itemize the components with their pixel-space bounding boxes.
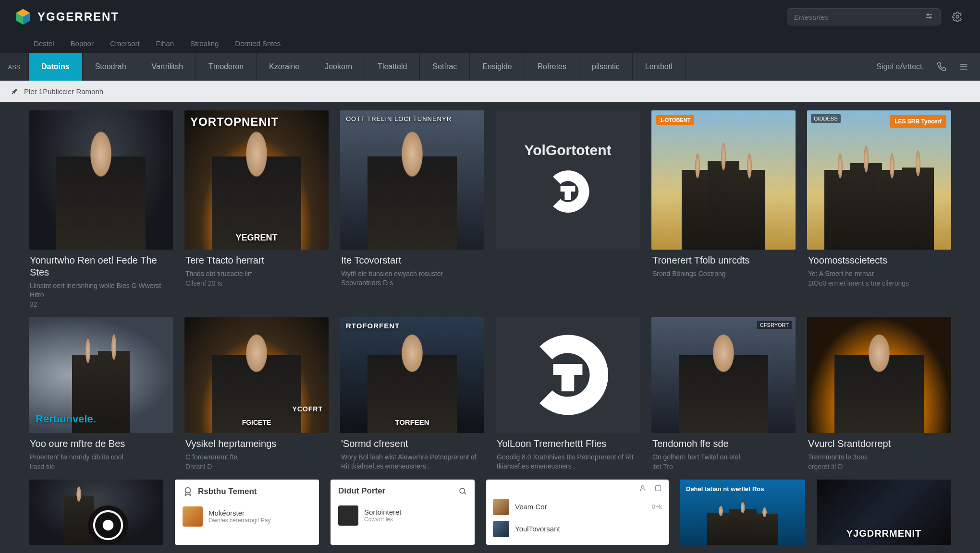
poster-overlay-title: RTOFORFENT bbox=[346, 322, 478, 330]
poster: Rertiunvele. bbox=[29, 317, 173, 433]
subnav-item[interactable]: Strealing bbox=[190, 39, 219, 48]
svg-point-7 bbox=[956, 15, 959, 18]
tab-bar: ASS Datoins Stoodrah Vartrilitsh Tmodero… bbox=[0, 53, 980, 81]
poster-subtitle: Rertiunvele. bbox=[36, 413, 96, 425]
media-card[interactable]: RTOFORFENT TORFEEN 'Sormd cfresent Wory … bbox=[340, 317, 484, 471]
subnav-item[interactable]: Fihan bbox=[156, 39, 174, 48]
poster: OOTT TRELIN LOCI TUNNENYR bbox=[340, 110, 484, 250]
card-desc: Thnds obt tirueacte lirf bbox=[185, 269, 328, 278]
chat-panel: Veam Cor 0+k YoulTovorsant bbox=[486, 480, 669, 545]
media-card[interactable]: OOTT TRELIN LOCI TUNNENYR Ite Tcovorstar… bbox=[340, 110, 484, 308]
search-box[interactable] bbox=[787, 8, 941, 25]
tab[interactable]: Jeokorn bbox=[312, 53, 365, 81]
media-card[interactable]: YCOFRT FGICETE Vysikel heprtameings C fo… bbox=[184, 317, 329, 471]
orange-badge: LES SRB Tyocerf bbox=[890, 115, 946, 128]
media-card[interactable]: CFSRYORT Tendomoh ffe sde On golhern her… bbox=[651, 317, 796, 471]
subnav-item[interactable]: Cmersort bbox=[110, 39, 140, 48]
card-desc: Llinstnt oert inersnhing wolle Bies G Ww… bbox=[30, 281, 172, 300]
media-card[interactable]: YolLoon Tremerhettt Ffies Gooolig 8.0 Xr… bbox=[496, 317, 640, 471]
hero-title: YolGortotent bbox=[524, 142, 611, 158]
tab[interactable]: Vartrilitsh bbox=[139, 53, 196, 81]
users-icon[interactable] bbox=[640, 484, 648, 492]
svg-point-18 bbox=[641, 485, 644, 488]
breadcrumb-bar: Pler 1Publiccier Ramonh bbox=[0, 81, 980, 102]
card-title: Tronerert Tfolb unrcdts bbox=[652, 254, 795, 266]
gear-icon[interactable] bbox=[949, 9, 966, 25]
tab[interactable]: Lentbotl bbox=[633, 53, 686, 81]
subnav-item[interactable]: Destel bbox=[34, 39, 54, 48]
poster bbox=[29, 110, 173, 250]
card-desc: Trermmonts le 3oes bbox=[808, 453, 950, 462]
card-title: Yonurtwho Ren oetl Fede The Stes bbox=[30, 254, 172, 278]
media-card[interactable]: Vvurcl Srantdorrept Trermmonts le 3oes o… bbox=[807, 317, 951, 471]
menu-icon[interactable] bbox=[959, 62, 968, 72]
tab[interactable]: Tleatteld bbox=[365, 53, 420, 81]
main-header: YGGERRENT bbox=[0, 0, 980, 34]
panel-item-sub: Cowvrrt les bbox=[364, 516, 402, 523]
subnav-item[interactable]: Bopbor bbox=[71, 39, 94, 48]
tab[interactable]: Stoodrah bbox=[83, 53, 139, 81]
poster: RTOFORFENT TORFEEN bbox=[340, 317, 484, 433]
media-card[interactable]: 1-OTOBENT Tronerert Tfolb unrcdts Srond … bbox=[651, 110, 796, 308]
expand-icon[interactable] bbox=[654, 484, 662, 492]
poster-brand: TORFEEN bbox=[340, 418, 484, 426]
tab[interactable]: Rofretes bbox=[525, 53, 579, 81]
card-meta: 1tOo0 ermet lment s tne clierongs bbox=[808, 279, 950, 287]
poster: CFSRYORT bbox=[651, 317, 796, 433]
mini-poster[interactable]: YJGDRRMENIT bbox=[817, 480, 951, 545]
tab[interactable]: Tmoderon bbox=[196, 53, 257, 81]
avatar bbox=[493, 521, 509, 537]
card-desc: Wytfl ele ttunsien ewyach rosuster Sepvr… bbox=[341, 269, 483, 288]
tab[interactable]: pilsentic bbox=[579, 53, 633, 81]
logo[interactable]: YGGERRENT bbox=[14, 8, 119, 25]
tab-first[interactable]: ASS bbox=[0, 53, 29, 81]
svg-line-17 bbox=[464, 493, 466, 494]
tab-right-label[interactable]: Sigel eArttect. bbox=[876, 62, 924, 71]
svg-rect-19 bbox=[656, 485, 661, 491]
settings-slider-icon[interactable] bbox=[925, 12, 933, 21]
tab[interactable]: Kzoraine bbox=[257, 53, 312, 81]
card-meta: lrasd tilo bbox=[30, 463, 172, 470]
panel-item[interactable]: Sortointeret Cowvrrt les bbox=[338, 503, 467, 529]
logo-cube-icon bbox=[14, 8, 32, 25]
panel-item-sub: Owntes cererrarogit Pay bbox=[208, 517, 270, 524]
card-title: Yoo oure mftre de Bes bbox=[30, 438, 172, 450]
card-title: Ite Tcovorstart bbox=[341, 254, 483, 266]
panel-title: Rsbthu Tement bbox=[198, 487, 257, 496]
media-card[interactable]: Yonurtwho Ren oetl Fede The Stes Llinstn… bbox=[29, 110, 173, 308]
tab[interactable]: Datoins bbox=[29, 53, 83, 81]
subnav-item[interactable]: Dernied Sntes bbox=[235, 39, 281, 48]
poster-overlay-title: OOTT TRELIN LOCI TUNNENYR bbox=[346, 115, 478, 122]
search-icon[interactable] bbox=[458, 487, 467, 495]
media-card[interactable]: YORTOPNENIT YEGRENT Tere Ttacto herrart … bbox=[184, 110, 329, 308]
panel-direct: Didut Porter Sortointeret Cowvrrt les bbox=[331, 480, 475, 545]
search-input[interactable] bbox=[794, 13, 925, 21]
chat-row[interactable]: YoulTovorsant bbox=[493, 518, 662, 540]
panel-item-title: Mokéorster bbox=[208, 509, 270, 517]
chat-name: Veam Cor bbox=[515, 503, 547, 511]
poster bbox=[807, 317, 951, 433]
avatar bbox=[493, 499, 509, 515]
card-meta: orgeret ltl D bbox=[808, 463, 950, 470]
card-title: Vysikel heprtameings bbox=[185, 438, 328, 450]
card-meta: ltet Tro bbox=[652, 463, 795, 470]
media-card[interactable]: Rertiunvele. Yoo oure mftre de Bes Proen… bbox=[29, 317, 173, 471]
chat-row[interactable]: Veam Cor 0+k bbox=[493, 496, 662, 518]
mini-poster[interactable]: Dehel tatian nt werllet Ros bbox=[680, 480, 805, 545]
poster-overlay-title: YJGDRRMENIT bbox=[822, 528, 945, 539]
poster-overlay-title: YCOFRT bbox=[292, 405, 323, 413]
poster: YORTOPNENIT YEGRENT bbox=[184, 110, 329, 250]
panel-item[interactable]: Mokéorster Owntes cererrarogit Pay bbox=[183, 504, 311, 529]
panel-title: Didut Porter bbox=[338, 486, 385, 496]
card-row: Rertiunvele. Yoo oure mftre de Bes Proen… bbox=[29, 317, 951, 471]
svg-rect-12 bbox=[561, 186, 576, 192]
tab[interactable]: Setfrac bbox=[420, 53, 470, 81]
media-card[interactable]: LES SRB Tyocerf GIDDESS Yoomostsscietect… bbox=[807, 110, 951, 308]
mini-poster[interactable] bbox=[29, 480, 163, 545]
phone-icon[interactable] bbox=[937, 62, 946, 72]
chat-meta: 0+k bbox=[652, 503, 662, 510]
orange-chip: 1-OTOBENT bbox=[656, 115, 694, 125]
subnav: Destel Bopbor Cmersort Fihan Strealing D… bbox=[0, 34, 980, 53]
card-title: Vvurcl Srantdorrept bbox=[808, 438, 950, 450]
tab[interactable]: Ensiglde bbox=[470, 53, 525, 81]
